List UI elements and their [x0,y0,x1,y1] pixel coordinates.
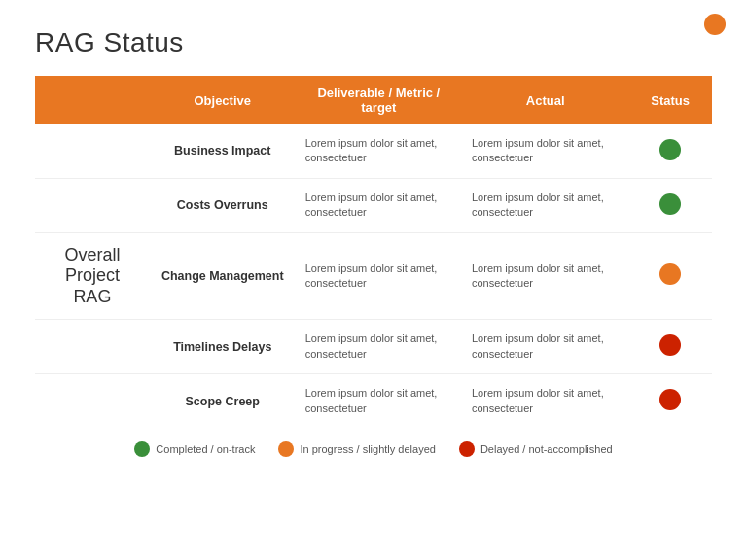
legend-item-red: Delayed / not-accomplished [459,441,613,457]
header-col-objective: Objective [150,76,296,124]
actual-text: Lorem ipsum dolor sit amet, consectetuer [472,332,619,362]
overall-project-rag-label: Overall ProjectRAG [45,245,140,308]
actual-text: Lorem ipsum dolor sit amet, consectetuer [472,191,619,221]
rag-table: Objective Deliverable / Metric / target … [35,76,712,428]
legend-item-green: Completed / on-track [134,441,255,457]
legend-row: Completed / on-track In progress / sligh… [35,441,712,457]
top-orange-dot [704,14,726,35]
deliverable-text: Lorem ipsum dolor sit amet, consectetuer [305,386,452,416]
table-row: Timelines DelaysLorem ipsum dolor sit am… [35,320,712,374]
legend-item-orange: In progress / slightly delayed [278,441,435,457]
objective-label: Business Impact [160,144,286,158]
objective-label: Scope Creep [160,395,286,408]
page-title: RAG Status [35,27,712,58]
status-dot-red [659,334,681,356]
status-dot-red [659,389,681,410]
actual-text: Lorem ipsum dolor sit amet, consectetuer [472,262,619,292]
table-header-row: Objective Deliverable / Metric / target … [35,76,712,124]
table-row: Scope CreepLorem ipsum dolor sit amet, c… [35,374,712,428]
deliverable-text: Lorem ipsum dolor sit amet, consectetuer [305,262,452,292]
table-row: Business ImpactLorem ipsum dolor sit ame… [35,124,712,178]
legend-label-green: Completed / on-track [156,443,255,455]
actual-text: Lorem ipsum dolor sit amet, consectetuer [472,386,619,416]
table-row: Overall ProjectRAGChange ManagementLorem… [35,232,712,320]
legend-dot-green [134,441,150,457]
legend-label-orange: In progress / slightly delayed [300,443,435,455]
legend-dot-red [459,441,475,457]
objective-label: Change Management [160,269,286,283]
status-dot-green [659,139,681,160]
header-col-status: Status [628,76,712,124]
page-container: RAG Status Objective Deliverable / Metri… [0,0,747,560]
deliverable-text: Lorem ipsum dolor sit amet, consectetuer [305,332,452,362]
header-col-actual: Actual [462,76,628,124]
status-dot-green [659,193,681,215]
objective-label: Timelines Delays [160,340,286,354]
objective-label: Costs Overruns [160,198,286,212]
header-col-group [35,76,150,124]
table-row: Costs OverrunsLorem ipsum dolor sit amet… [35,178,712,232]
legend-label-red: Delayed / not-accomplished [480,443,613,455]
deliverable-text: Lorem ipsum dolor sit amet, consectetuer [305,191,452,221]
status-dot-orange [659,263,681,285]
deliverable-text: Lorem ipsum dolor sit amet, consectetuer [305,136,452,166]
actual-text: Lorem ipsum dolor sit amet, consectetuer [472,136,619,166]
header-col-deliverable: Deliverable / Metric / target [296,76,462,124]
legend-dot-orange [278,441,294,457]
